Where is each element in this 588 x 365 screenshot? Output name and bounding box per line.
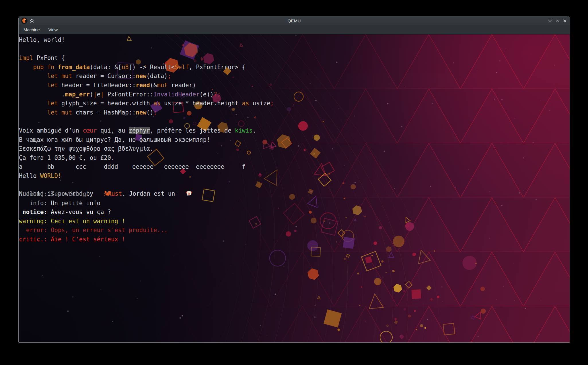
terminal-line: let header = FileHeader::read(&mut reade… bbox=[19, 81, 570, 90]
terminal-line: .map_err(|e| PxFontError::InvalidHeader(… bbox=[19, 90, 570, 99]
terminal-line: warning: Ceci est un warning ! bbox=[19, 217, 570, 226]
terminal-line: impl PxFont { bbox=[19, 54, 570, 63]
window-controls bbox=[548, 19, 570, 23]
terminal-line: critic.: Aïe ! C'est sérieux ! bbox=[19, 235, 570, 244]
minimize-button[interactable] bbox=[548, 19, 552, 23]
crab-emoji bbox=[97, 181, 104, 188]
terminal-output: Hello, world! impl PxFont { pub fn from_… bbox=[19, 36, 570, 342]
desktop: QEMU Machine View bbox=[0, 0, 588, 365]
menu-machine[interactable]: Machine bbox=[24, 27, 40, 32]
menubar: Machine View bbox=[19, 25, 570, 34]
terminal-line: info: Un petite info bbox=[19, 199, 570, 208]
terminal-line: let glyph_size = header.width as usize *… bbox=[19, 99, 570, 108]
terminal-line: notice: Avez-vous vu ça ? bbox=[19, 208, 570, 217]
terminal-line: error: Oops, un erreur s'est produite... bbox=[19, 226, 570, 235]
terminal-line: Voix ambiguë d’un cœur qui, au zéphyr, p… bbox=[19, 126, 570, 135]
close-button[interactable] bbox=[563, 19, 567, 23]
terminal-line: a bb ccc dddd eeeeee eeeeeee eeeeeeee f bbox=[19, 162, 570, 172]
clown-emoji bbox=[179, 181, 186, 188]
terminal-line: Hello, world! bbox=[19, 36, 570, 45]
terminal-line: Hello WORLD! bbox=[19, 172, 570, 181]
terminal-line: В чащах юга жил бы цитрус? Да, но фальши… bbox=[19, 135, 570, 145]
terminal-line: let mut reader = Cursor::new(data); bbox=[19, 72, 570, 81]
window-title: QEMU bbox=[287, 18, 301, 23]
maximize-button[interactable] bbox=[555, 19, 560, 23]
terminal-line: Nucloid is powered by Rust. Jordan est u… bbox=[19, 181, 570, 190]
guest-screen[interactable]: Hello, world! impl PxFont { pub fn from_… bbox=[19, 34, 570, 342]
menu-view[interactable]: View bbox=[48, 27, 58, 32]
terminal-line: let mut chars = HashMap::new(); bbox=[19, 108, 570, 117]
terminal-line bbox=[19, 117, 570, 126]
qemu-window: QEMU Machine View bbox=[18, 16, 570, 343]
double-chevron-up-icon[interactable] bbox=[29, 18, 34, 23]
terminal-line: Ξεσκεπάζω την ψυχοφθόρα σας βδελυγμία. bbox=[19, 144, 570, 154]
terminal-line: pub fn from_data(data: &[u8]) -> Result<… bbox=[19, 63, 570, 72]
terminal-line: Ça fera 1 035,00 €, ou £20. bbox=[19, 154, 570, 163]
qemu-logo-icon bbox=[21, 18, 28, 24]
terminal-line bbox=[19, 45, 570, 54]
titlebar[interactable]: QEMU bbox=[19, 16, 570, 25]
